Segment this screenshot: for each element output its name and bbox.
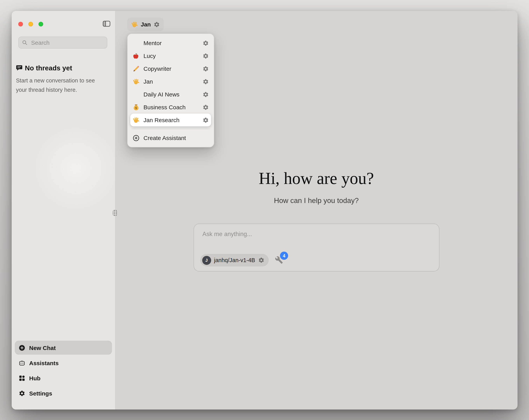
- grid-icon: [19, 375, 25, 381]
- sidebar: No threads yet Start a new conversation …: [12, 11, 116, 409]
- empty-state-title: No threads yet: [25, 64, 72, 72]
- money-bag-icon: [132, 104, 140, 111]
- menu-item-label: Business Coach: [144, 104, 199, 110]
- menu-item-label: Lucy: [144, 53, 199, 59]
- empty-state-description-line: your thread history here.: [16, 87, 77, 93]
- sidebar-nav: New Chat Assistants Hub Settings: [15, 339, 112, 400]
- gear-icon[interactable]: [203, 117, 209, 123]
- sidebar-item-new-chat[interactable]: New Chat: [15, 341, 112, 355]
- waving-hand-icon: [132, 116, 140, 123]
- chat-composer[interactable]: J janhq/Jan-v1-4B 4: [193, 224, 439, 271]
- model-avatar: J: [202, 256, 211, 265]
- menu-item-label: Daily AI News: [144, 91, 199, 98]
- plus-circle-icon: [19, 344, 25, 351]
- sidebar-item-settings[interactable]: Settings: [15, 386, 112, 400]
- menu-item-label: Jan Research: [144, 117, 199, 123]
- message-input[interactable]: [202, 229, 431, 239]
- greeting-subtitle: How can I help you today?: [115, 196, 517, 205]
- robot-icon: [19, 360, 25, 366]
- main-area: Jan Mentor Lucy Copywriter: [115, 11, 517, 409]
- sidebar-item-hub[interactable]: Hub: [15, 371, 112, 385]
- menu-divider: [132, 129, 210, 129]
- pencil-icon: [132, 65, 140, 72]
- apple-icon: [132, 52, 140, 59]
- assistant-menu-item-daily-ai-news[interactable]: Daily AI News: [130, 88, 211, 101]
- greeting-heading: Hi, how are you?: [115, 169, 517, 188]
- plus-circle-outline-icon: [132, 134, 140, 141]
- menu-item-label: Jan: [144, 78, 199, 85]
- sidebar-item-assistants[interactable]: Assistants: [15, 356, 112, 370]
- assistant-menu-item-mentor[interactable]: Mentor: [130, 37, 211, 49]
- gear-icon: [19, 390, 25, 396]
- gear-icon[interactable]: [203, 53, 209, 59]
- gear-icon[interactable]: [203, 91, 209, 97]
- desktop: No threads yet Start a new conversation …: [0, 0, 529, 420]
- current-assistant-name: Jan: [141, 21, 151, 27]
- close-button[interactable]: [18, 22, 23, 27]
- waving-hand-icon: [131, 21, 138, 28]
- app-window: No threads yet Start a new conversation …: [12, 11, 517, 409]
- assistant-menu-item-business-coach[interactable]: Business Coach: [130, 101, 211, 114]
- gear-icon[interactable]: [258, 257, 264, 263]
- assistant-selector-button[interactable]: Jan: [127, 17, 164, 31]
- minimize-button[interactable]: [28, 22, 33, 27]
- assistant-dropdown-menu: Mentor Lucy Copywriter Jan: [127, 33, 214, 147]
- search-input[interactable]: [30, 39, 104, 46]
- nav-label: Settings: [29, 390, 52, 396]
- chat-bubble-icon: [16, 65, 23, 71]
- gear-icon[interactable]: [203, 78, 209, 85]
- nav-label: Hub: [29, 375, 40, 381]
- create-assistant-button[interactable]: Create Assistant: [130, 131, 211, 144]
- tools-button[interactable]: 4: [275, 256, 283, 264]
- gear-icon[interactable]: [203, 40, 209, 46]
- menu-item-label: Mentor: [144, 40, 199, 46]
- zoom-button[interactable]: [39, 22, 43, 27]
- gear-icon[interactable]: [203, 66, 209, 72]
- assistant-menu-item-jan[interactable]: Jan: [130, 75, 211, 88]
- assistant-menu-item-copywriter[interactable]: Copywriter: [130, 62, 211, 75]
- model-selector-button[interactable]: J janhq/Jan-v1-4B: [200, 254, 269, 266]
- empty-state-description: Start a new conversation to see your thr…: [16, 76, 104, 95]
- empty-state-description-line: Start a new conversation to see: [16, 77, 95, 84]
- assistant-menu-item-jan-research[interactable]: Jan Research: [130, 114, 211, 126]
- menu-item-label: Copywriter: [144, 65, 199, 72]
- waving-hand-icon: [132, 78, 140, 85]
- nav-label: Assistants: [29, 360, 59, 366]
- model-name: janhq/Jan-v1-4B: [214, 257, 255, 263]
- nav-label: New Chat: [29, 344, 56, 351]
- menu-item-label: Create Assistant: [144, 135, 209, 141]
- search-bar[interactable]: [18, 37, 107, 49]
- sidebar-toggle-icon[interactable]: [103, 21, 110, 27]
- composer-toolbar: J janhq/Jan-v1-4B 4: [200, 254, 283, 266]
- tools-count-badge: 4: [280, 252, 288, 260]
- gear-icon[interactable]: [203, 104, 209, 110]
- search-icon: [22, 40, 28, 45]
- assistant-menu-item-lucy[interactable]: Lucy: [130, 49, 211, 62]
- gear-icon[interactable]: [154, 21, 160, 27]
